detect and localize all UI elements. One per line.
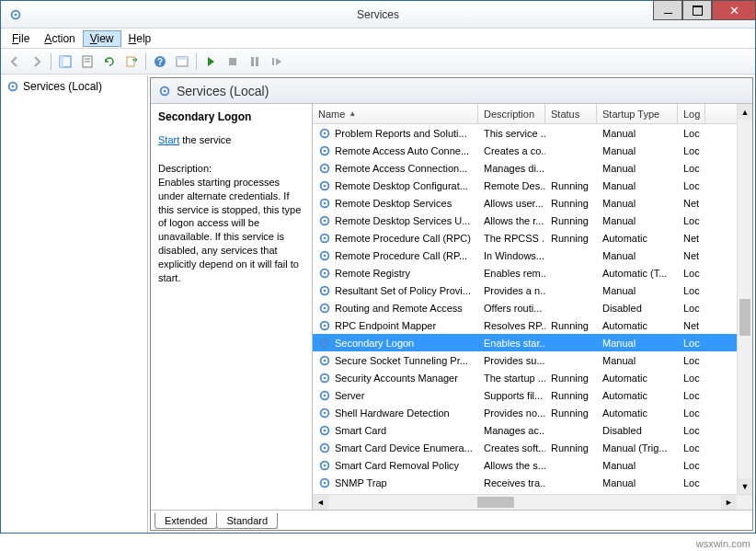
table-row[interactable]: SNMP TrapReceives tra...ManualLoc	[313, 474, 752, 491]
scroll-down-icon[interactable]: ▼	[738, 478, 752, 494]
cell-logon: Net	[678, 250, 705, 261]
table-row[interactable]: Shell Hardware DetectionProvides no...Ru…	[313, 404, 752, 421]
table-row[interactable]: Smart Card Device Enumera...Creates soft…	[313, 439, 752, 456]
service-icon	[318, 127, 331, 140]
service-icon	[318, 284, 331, 297]
cell-logon: Loc	[678, 163, 705, 174]
menu-view[interactable]: View	[83, 30, 121, 47]
col-name[interactable]: Name▲	[313, 104, 478, 123]
cell-logon: Loc	[678, 355, 705, 366]
table-row[interactable]: Remote Access Connection...Manages di...…	[313, 159, 752, 177]
cell-status: Running	[545, 408, 597, 419]
service-list[interactable]: Name▲ Description Status Startup Type Lo…	[313, 104, 752, 510]
svg-point-47	[324, 359, 326, 362]
scroll-up-icon[interactable]: ▲	[738, 104, 752, 120]
table-row[interactable]: Problem Reports and Soluti...This servic…	[313, 124, 752, 142]
vscroll-track[interactable]	[738, 120, 752, 478]
scroll-right-icon[interactable]: ►	[721, 495, 737, 510]
hscroll-track[interactable]	[328, 495, 721, 510]
table-row[interactable]: Security Accounts ManagerThe startup ...…	[313, 369, 752, 386]
service-icon	[318, 442, 331, 454]
help-button[interactable]: ?	[150, 52, 170, 72]
start-link[interactable]: Start	[158, 134, 179, 145]
cell-name: Resultant Set of Policy Provi...	[313, 284, 478, 297]
table-row[interactable]: Remote Procedure Call (RP...In Windows..…	[313, 247, 752, 264]
svg-point-21	[324, 132, 326, 134]
svg-point-17	[12, 86, 15, 88]
minimize-button[interactable]	[653, 0, 682, 20]
cell-startup: Manual	[597, 460, 678, 471]
col-status[interactable]: Status	[545, 104, 597, 123]
scroll-left-icon[interactable]: ◄	[313, 495, 328, 510]
calendar-icon[interactable]	[172, 52, 192, 72]
properties-button[interactable]	[77, 52, 97, 72]
nav-services-local[interactable]: Services (Local)	[5, 79, 143, 94]
cell-logon: Net	[678, 233, 705, 244]
svg-rect-13	[251, 57, 254, 66]
vscroll-thumb[interactable]	[739, 299, 750, 336]
forward-button[interactable]	[27, 52, 47, 72]
show-hide-tree-button[interactable]	[55, 52, 75, 72]
vertical-scrollbar[interactable]: ▲ ▼	[737, 104, 752, 494]
stop-service-button[interactable]	[223, 52, 243, 72]
table-row[interactable]: Smart Card Removal PolicyAllows the s...…	[313, 456, 752, 474]
services-heading-icon	[158, 85, 171, 98]
menu-file[interactable]: File	[5, 30, 37, 47]
table-row[interactable]: Secure Socket Tunneling Pr...Provides su…	[313, 351, 752, 369]
menu-action[interactable]: Action	[37, 30, 82, 47]
cell-logon: Loc	[678, 128, 705, 139]
cell-startup: Automatic (T...	[597, 268, 678, 279]
cell-startup: Manual	[597, 180, 678, 191]
table-row[interactable]: Resultant Set of Policy Provi...Provides…	[313, 281, 752, 299]
start-service-button[interactable]	[200, 52, 221, 72]
cell-description: In Windows...	[478, 250, 545, 261]
detail-pane: Secondary Logon Start the service Descri…	[151, 104, 312, 510]
col-description[interactable]: Description	[478, 104, 545, 123]
toolbar: ?	[1, 49, 755, 75]
titlebar[interactable]: Services ✕	[1, 1, 755, 29]
horizontal-scrollbar[interactable]: ◄ ►	[313, 494, 752, 510]
back-button[interactable]	[5, 52, 25, 72]
cell-description: Enables star...	[478, 338, 545, 349]
table-row[interactable]: Remote Desktop Configurat...Remote Des..…	[313, 177, 752, 194]
cell-status: Running	[545, 233, 597, 244]
rows-viewport[interactable]: Problem Reports and Soluti...This servic…	[313, 124, 752, 494]
service-icon	[318, 337, 331, 350]
table-row[interactable]: ServerSupports fil...RunningAutomaticLoc	[313, 386, 752, 404]
table-row[interactable]: Remote Desktop ServicesAllows user...Run…	[313, 194, 752, 212]
table-row[interactable]: Smart CardManages ac...DisabledLoc	[313, 421, 752, 439]
cell-name: Remote Registry	[313, 267, 478, 280]
close-button[interactable]: ✕	[712, 0, 756, 20]
col-startup[interactable]: Startup Type	[597, 104, 678, 123]
cell-logon: Loc	[678, 373, 705, 384]
table-row[interactable]: RPC Endpoint MapperResolves RP...Running…	[313, 316, 752, 334]
table-row[interactable]: Remote RegistryEnables rem...Automatic (…	[313, 264, 752, 281]
table-row[interactable]: Secondary LogonEnables star...ManualLoc	[313, 334, 752, 351]
table-row[interactable]: Remote Desktop Services U...Allows the r…	[313, 212, 752, 229]
tab-extended[interactable]: Extended	[155, 512, 217, 529]
cell-startup: Automatic	[597, 390, 678, 401]
maximize-button[interactable]	[682, 0, 712, 20]
refresh-button[interactable]	[99, 52, 120, 72]
cell-description: Allows the s...	[478, 460, 545, 471]
cell-logon: Loc	[678, 180, 705, 191]
window-title: Services	[1, 8, 755, 21]
cell-logon: Loc	[678, 425, 705, 436]
service-icon	[318, 476, 331, 489]
table-row[interactable]: Remote Access Auto Conne...Creates a co.…	[313, 142, 752, 159]
hscroll-thumb[interactable]	[477, 497, 514, 508]
services-window: Services ✕ File Action View Help ?	[0, 0, 756, 534]
menu-help[interactable]: Help	[121, 30, 159, 47]
heading-text: Services (Local)	[177, 84, 269, 98]
nav-tree[interactable]: Services (Local)	[1, 75, 148, 533]
table-row[interactable]: Remote Procedure Call (RPC)The RPCSS ...…	[313, 229, 752, 247]
col-logon[interactable]: Log	[678, 104, 705, 123]
restart-service-button[interactable]	[267, 52, 287, 72]
service-icon	[318, 267, 331, 280]
export-button[interactable]	[121, 52, 142, 72]
tab-standard[interactable]: Standard	[216, 513, 278, 529]
table-row[interactable]: Routing and Remote AccessOffers routi...…	[313, 299, 752, 316]
pause-service-button[interactable]	[245, 52, 265, 72]
cell-status: Running	[545, 442, 597, 453]
cell-status: Running	[545, 390, 597, 401]
